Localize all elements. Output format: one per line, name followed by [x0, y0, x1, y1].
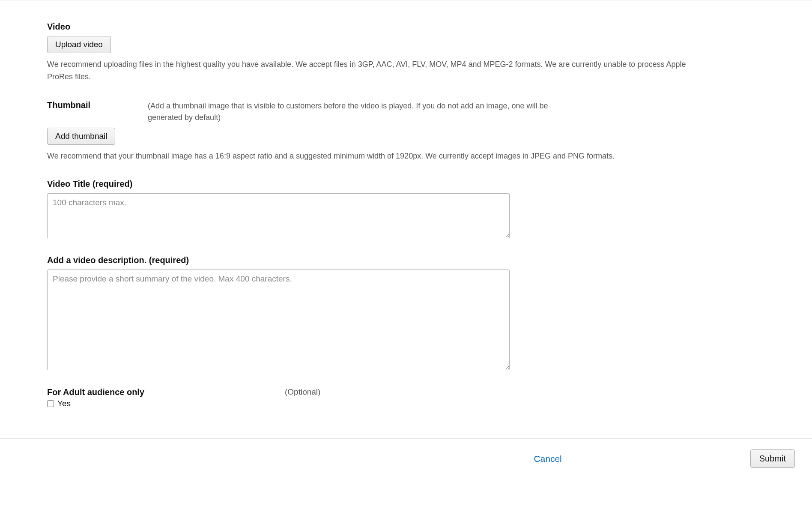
thumbnail-help-text: We recommend that your thumbnail image h…	[47, 150, 698, 162]
thumbnail-section: Thumbnail (Add a thumbnail image that is…	[47, 100, 765, 162]
video-help-text: We recommend uploading files in the high…	[47, 58, 698, 83]
submit-button[interactable]: Submit	[750, 449, 795, 468]
video-title-label: Video Title (required)	[47, 179, 765, 189]
video-title-input[interactable]	[47, 193, 510, 238]
video-label: Video	[47, 22, 765, 32]
video-upload-form: Video Upload video We recommend uploadin…	[0, 0, 812, 438]
form-footer: Cancel Submit	[0, 438, 812, 479]
adult-label-row: For Adult audience only (Optional)	[47, 387, 765, 399]
upload-video-button[interactable]: Upload video	[47, 36, 111, 53]
adult-audience-section: For Adult audience only (Optional) Yes	[47, 387, 765, 408]
video-description-label: Add a video description. (required)	[47, 255, 765, 265]
cancel-link[interactable]: Cancel	[534, 454, 561, 464]
video-title-section: Video Title (required)	[47, 179, 765, 238]
adult-optional-text: (Optional)	[285, 387, 320, 397]
thumbnail-label-row: Thumbnail (Add a thumbnail image that is…	[47, 100, 765, 123]
add-thumbnail-button[interactable]: Add thumbnail	[47, 128, 115, 145]
video-description-input[interactable]	[47, 269, 510, 370]
adult-yes-option[interactable]: Yes	[47, 399, 765, 408]
adult-yes-label: Yes	[57, 399, 71, 408]
thumbnail-hint: (Add a thumbnail image that is visible t…	[148, 100, 559, 123]
video-section: Video Upload video We recommend uploadin…	[47, 22, 765, 83]
adult-label: For Adult audience only	[47, 387, 285, 397]
thumbnail-label: Thumbnail	[47, 100, 148, 110]
video-description-section: Add a video description. (required)	[47, 255, 765, 370]
adult-yes-checkbox[interactable]	[47, 400, 54, 407]
